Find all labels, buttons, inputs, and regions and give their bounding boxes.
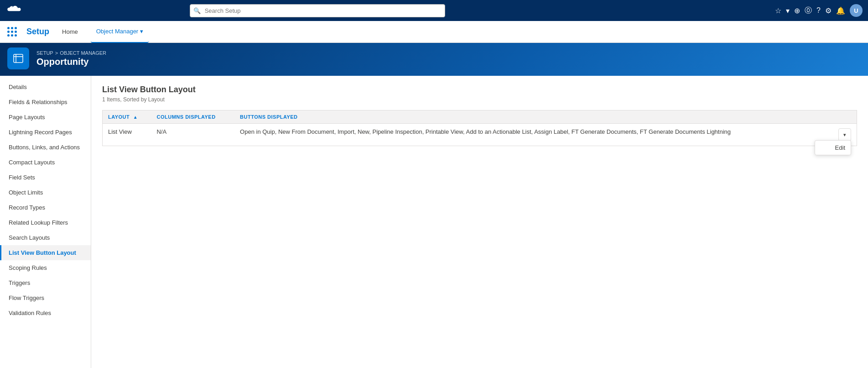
column-layout[interactable]: LAYOUT ▲ xyxy=(103,110,151,124)
sidebar-item-validation-rules[interactable]: Validation Rules xyxy=(0,305,91,321)
row-action-dropdown-menu: Edit xyxy=(815,140,851,155)
page-header: SETUP > OBJECT MANAGER Opportunity xyxy=(0,43,868,76)
sidebar-item-lightning-record-pages[interactable]: Lightning Record Pages xyxy=(0,125,91,140)
favorites-dropdown-icon[interactable]: ▾ xyxy=(786,6,790,15)
breadcrumb: SETUP > OBJECT MANAGER xyxy=(36,50,106,56)
sidebar-item-compact-layouts[interactable]: Compact Layouts xyxy=(0,155,91,170)
app-header: Setup Home Object Manager ▾ xyxy=(0,21,868,43)
svg-rect-0 xyxy=(14,54,23,63)
search-bar-container: 🔍 xyxy=(190,4,445,17)
cell-action: ▾ Edit xyxy=(833,124,857,146)
sidebar-item-scoping-rules[interactable]: Scoping Rules xyxy=(0,260,91,275)
sidebar: Details Fields & Relationships Page Layo… xyxy=(0,76,91,368)
object-manager-dropdown-icon: ▾ xyxy=(140,28,143,35)
cell-columns-displayed: N/A xyxy=(151,124,234,146)
chevron-down-icon: ▾ xyxy=(843,132,846,138)
search-input[interactable] xyxy=(190,4,445,17)
sidebar-item-list-view-button-layout[interactable]: List View Button Layout xyxy=(0,245,91,260)
column-buttons-displayed[interactable]: BUTTONS DISPLAYED xyxy=(234,110,833,124)
star-icon[interactable]: ☆ xyxy=(775,6,781,15)
app-launcher-icon[interactable] xyxy=(7,27,17,37)
table-row: List View N/A Open in Quip, New From Doc… xyxy=(103,124,857,146)
top-navigation: 🔍 ☆ ▾ ⊕ ⓪ ? ⚙ 🔔 U xyxy=(0,0,868,21)
top-nav-right-icons: ☆ ▾ ⊕ ⓪ ? ⚙ 🔔 U xyxy=(775,4,863,17)
main-layout: Details Fields & Relationships Page Layo… xyxy=(0,76,868,368)
nav-tab-home[interactable]: Home xyxy=(57,21,83,43)
breadcrumb-separator: > xyxy=(55,50,58,56)
breadcrumb-object-manager[interactable]: OBJECT MANAGER xyxy=(60,50,106,56)
sidebar-item-related-lookup-filters[interactable]: Related Lookup Filters xyxy=(0,215,91,230)
cell-buttons-displayed: Open in Quip, New From Document, Import,… xyxy=(234,124,833,146)
page-title: Opportunity xyxy=(36,57,106,67)
help-icon[interactable]: ⓪ xyxy=(805,6,812,16)
table-header: LAYOUT ▲ COLUMNS DISPLAYED BUTTONS DISPL… xyxy=(103,110,857,124)
sidebar-item-record-types[interactable]: Record Types xyxy=(0,200,91,215)
gear-icon[interactable]: ⚙ xyxy=(825,6,832,15)
object-icon xyxy=(7,47,29,69)
sidebar-item-buttons-links-actions[interactable]: Buttons, Links, and Actions xyxy=(0,140,91,155)
content-subtitle: 1 Items, Sorted by Layout xyxy=(102,96,857,103)
column-actions xyxy=(833,110,857,124)
sidebar-item-details[interactable]: Details xyxy=(0,79,91,95)
content-area: List View Button Layout 1 Items, Sorted … xyxy=(91,76,868,368)
sidebar-item-object-limits[interactable]: Object Limits xyxy=(0,185,91,200)
add-icon[interactable]: ⊕ xyxy=(794,6,800,15)
bell-icon[interactable]: 🔔 xyxy=(836,6,845,15)
sidebar-item-field-sets[interactable]: Field Sets xyxy=(0,170,91,185)
column-columns-displayed[interactable]: COLUMNS DISPLAYED xyxy=(151,110,234,124)
sidebar-item-page-layouts[interactable]: Page Layouts xyxy=(0,110,91,125)
content-title: List View Button Layout xyxy=(102,85,857,95)
table-body: List View N/A Open in Quip, New From Doc… xyxy=(103,124,857,146)
breadcrumb-area: SETUP > OBJECT MANAGER Opportunity xyxy=(36,50,106,67)
sort-ascending-icon: ▲ xyxy=(133,115,138,120)
sidebar-item-flow-triggers[interactable]: Flow Triggers xyxy=(0,290,91,305)
sidebar-item-fields-relationships[interactable]: Fields & Relationships xyxy=(0,95,91,110)
edit-menu-item[interactable]: Edit xyxy=(815,141,851,155)
search-icon: 🔍 xyxy=(193,7,201,14)
question-icon[interactable]: ? xyxy=(816,6,821,15)
breadcrumb-setup[interactable]: SETUP xyxy=(36,50,53,56)
cell-layout: List View xyxy=(103,124,151,146)
list-view-button-layout-table: LAYOUT ▲ COLUMNS DISPLAYED BUTTONS DISPL… xyxy=(102,110,857,146)
salesforce-logo[interactable] xyxy=(5,2,22,19)
sidebar-item-triggers[interactable]: Triggers xyxy=(0,275,91,290)
row-action-dropdown-button[interactable]: ▾ xyxy=(838,128,851,141)
avatar[interactable]: U xyxy=(850,4,863,17)
sidebar-item-search-layouts[interactable]: Search Layouts xyxy=(0,230,91,245)
app-name: Setup xyxy=(26,27,49,37)
nav-tab-object-manager[interactable]: Object Manager ▾ xyxy=(91,21,149,43)
